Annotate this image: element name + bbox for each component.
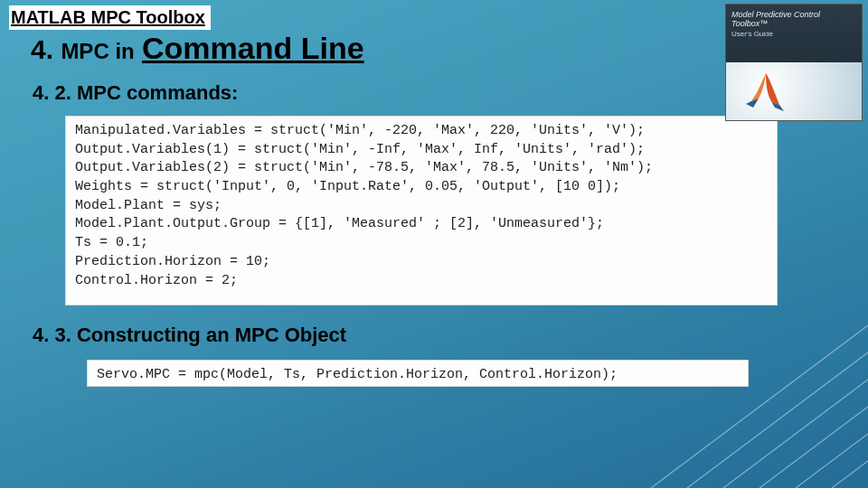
breadcrumb: MATLAB MPC Toolbox — [9, 5, 211, 30]
svg-line-2 — [723, 380, 868, 488]
book-subtitle: User's Guide — [726, 28, 862, 38]
code-block-construct: Servo.MPC = mpc(Model, Ts, Prediction.Ho… — [87, 360, 749, 387]
book-title: Model Predictive Control Toolbox™ — [726, 5, 862, 28]
section-big: Command Line — [142, 31, 364, 65]
svg-line-3 — [760, 407, 868, 488]
svg-line-5 — [832, 461, 868, 488]
matlab-logo-icon — [741, 70, 791, 115]
section-small: MPC in — [61, 39, 134, 63]
corner-decoration — [615, 289, 868, 488]
subsection-4-3: 4. 3. Constructing an MPC Object — [33, 324, 346, 347]
section-title: 4. MPC in Command Line — [31, 31, 364, 66]
code-block-commands: Manipulated.Variables = struct('Min', -2… — [65, 116, 778, 305]
svg-line-4 — [796, 434, 868, 488]
svg-line-0 — [651, 325, 868, 488]
book-cover: Model Predictive Control Toolbox™ User's… — [725, 4, 863, 121]
slide: MATLAB MPC Toolbox 4. MPC in Command Lin… — [0, 0, 868, 488]
subsection-4-2: 4. 2. MPC commands: — [33, 81, 238, 105]
book-logo-area — [726, 62, 862, 120]
section-number: 4. — [31, 34, 53, 64]
